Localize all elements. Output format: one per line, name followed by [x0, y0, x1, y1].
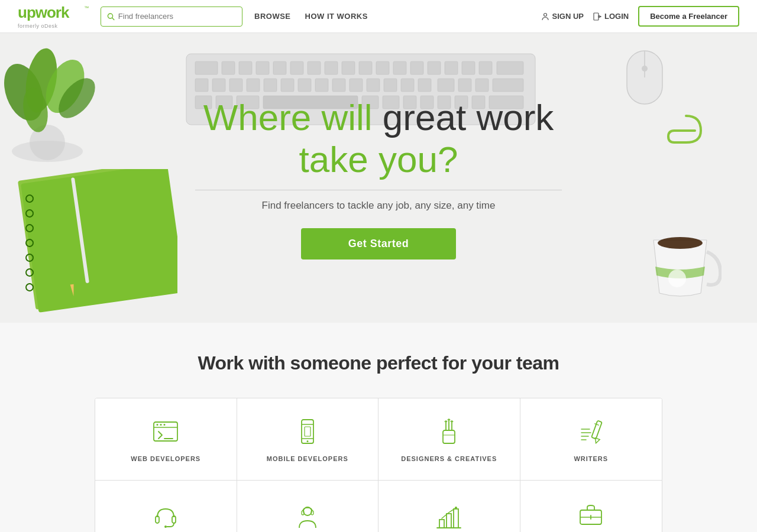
svg-rect-30: [462, 61, 475, 74]
sales-marketing-experts-icon: [434, 502, 464, 532]
svg-rect-15: [195, 61, 218, 74]
svg-rect-90: [305, 427, 310, 436]
nav-browse[interactable]: BROWSE: [254, 12, 291, 21]
svg-point-73: [25, 268, 34, 277]
login-icon: [593, 12, 601, 21]
mobile-developers-label: MOBILE DEVELOPERS: [267, 455, 348, 462]
web-developers-label: WEB DEVELOPERS: [131, 455, 200, 462]
web-developers-icon: [150, 416, 181, 447]
accountants-consultants-icon: [575, 498, 606, 529]
hero-content: Where will great work take you? Find fre…: [183, 85, 574, 272]
coffee-cup-decoration: [645, 228, 722, 311]
svg-point-4: [544, 13, 546, 16]
svg-point-77: [654, 233, 707, 247]
svg-point-78: [658, 237, 703, 249]
upwork-logo-icon: upwork ™: [18, 4, 89, 22]
header-actions: SIGN UP LOGIN Become a Freelancer: [541, 6, 739, 27]
svg-rect-111: [454, 509, 458, 528]
user-icon: [541, 12, 549, 21]
category-writers[interactable]: WRITERS: [520, 398, 662, 481]
become-freelancer-button[interactable]: Become a Freelancer: [638, 6, 739, 27]
svg-rect-22: [325, 61, 338, 74]
header: upwork ™ formerly oDesk BROWSE HOW IT WO…: [0, 0, 757, 33]
svg-point-10: [21, 46, 62, 115]
svg-point-74: [25, 283, 34, 291]
main-section: Work with someone perfect for your team …: [0, 323, 757, 532]
svg-rect-96: [591, 421, 602, 439]
svg-point-70: [25, 224, 34, 232]
svg-rect-27: [410, 61, 423, 74]
category-designers-creatives[interactable]: DESIGNERS & CREATIVES: [378, 398, 520, 481]
categories-grid: WEB DEVELOPERS MOBILE DEVELOPERS: [95, 398, 662, 532]
svg-rect-66: [18, 169, 177, 310]
svg-marker-76: [70, 284, 76, 297]
svg-text:upwork: upwork: [18, 4, 70, 21]
logo[interactable]: upwork ™ formerly oDesk: [18, 4, 89, 29]
svg-point-13: [20, 86, 51, 134]
svg-rect-91: [443, 430, 455, 443]
search-box[interactable]: [101, 7, 242, 27]
main-nav: BROWSE HOW IT WORKS: [254, 12, 541, 21]
svg-rect-26: [393, 61, 406, 74]
designers-creatives-icon: [434, 416, 464, 447]
svg-rect-18: [256, 61, 269, 74]
category-web-developers[interactable]: WEB DEVELOPERS: [95, 398, 237, 481]
svg-rect-24: [359, 61, 372, 74]
svg-rect-108: [311, 511, 313, 515]
get-started-button[interactable]: Get Started: [301, 228, 457, 259]
logo-sub: formerly oDesk: [18, 23, 89, 29]
svg-point-11: [38, 54, 92, 119]
svg-point-89: [306, 440, 308, 442]
plant-decoration: [0, 33, 130, 163]
svg-rect-25: [376, 61, 389, 74]
nav-how-it-works[interactable]: HOW IT WORKS: [305, 12, 368, 21]
svg-rect-109: [439, 520, 444, 528]
hero-title-part2: great work: [383, 97, 554, 138]
mobile-developers-icon: [292, 416, 323, 447]
category-customer-service-agents[interactable]: CUSTOMER SERVICE AGENTS: [237, 481, 379, 532]
svg-rect-31: [479, 61, 492, 74]
svg-point-113: [455, 507, 457, 509]
designers-creatives-label: DESIGNERS & CREATIVES: [401, 455, 497, 462]
category-sales-marketing-experts[interactable]: SALES & MARKETING EXPERTS: [378, 481, 520, 532]
svg-rect-17: [239, 61, 252, 74]
svg-point-105: [164, 525, 167, 528]
svg-point-72: [25, 254, 34, 262]
hero-title-part1: Where will: [203, 97, 383, 138]
svg-rect-110: [447, 514, 451, 528]
hero-title-part3: take you?: [299, 139, 458, 180]
mouse-decoration: [615, 45, 674, 122]
svg-rect-67: [21, 169, 177, 313]
writers-label: WRITERS: [574, 455, 608, 462]
svg-line-3: [112, 18, 114, 20]
svg-rect-32: [497, 61, 523, 74]
svg-point-68: [25, 194, 34, 203]
svg-point-79: [668, 270, 686, 287]
svg-point-71: [25, 239, 34, 247]
sign-up-button[interactable]: SIGN UP: [541, 12, 584, 21]
svg-rect-16: [222, 61, 235, 74]
category-mobile-developers[interactable]: MOBILE DEVELOPERS: [237, 398, 379, 481]
category-virtual-assistants[interactable]: VIRTUAL ASSISTANTS: [95, 481, 237, 532]
svg-rect-29: [445, 61, 458, 74]
svg-point-8: [30, 125, 65, 160]
writers-icon: [575, 416, 606, 447]
svg-text:™: ™: [84, 5, 89, 11]
search-input[interactable]: [118, 12, 236, 21]
search-icon: [107, 12, 115, 21]
login-button[interactable]: LOGIN: [593, 12, 629, 21]
svg-rect-23: [342, 61, 355, 74]
hero-title: Where will great work take you?: [195, 96, 562, 181]
svg-point-65: [642, 66, 648, 72]
svg-rect-63: [627, 51, 662, 104]
svg-rect-75: [71, 177, 89, 283]
hero-subtitle: Find freelancers to tackle any job, any …: [195, 200, 562, 212]
sign-up-label: SIGN UP: [552, 12, 584, 21]
paperclip-decoration: [662, 110, 710, 157]
svg-point-83: [160, 424, 162, 426]
svg-point-7: [12, 141, 83, 162]
category-accountants-consultants[interactable]: ACCOUNTANTS & CONSULTANTS: [520, 481, 662, 532]
svg-point-9: [0, 59, 50, 126]
svg-rect-21: [308, 61, 321, 74]
svg-rect-19: [273, 61, 286, 74]
